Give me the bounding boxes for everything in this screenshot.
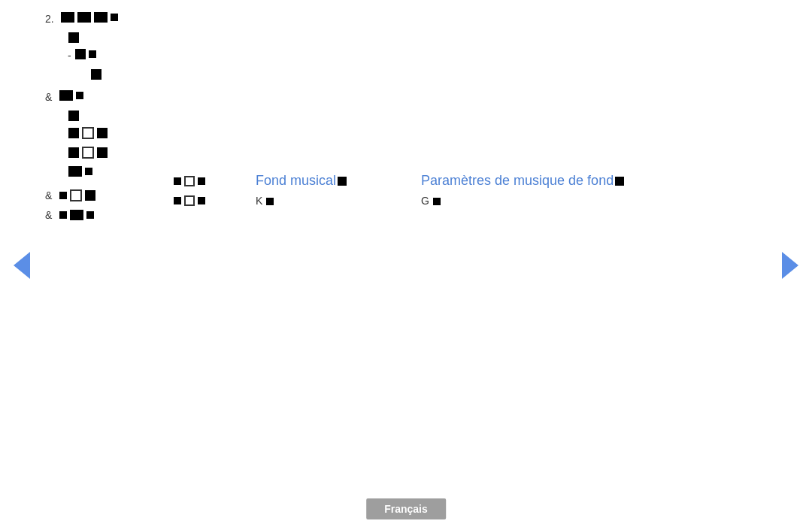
col-parametres-header[interactable]: Paramètres de musique de fond bbox=[421, 173, 624, 189]
fond-musical-label: Fond musical bbox=[256, 173, 336, 188]
data-col0 bbox=[173, 195, 256, 207]
col-fond-musical-header[interactable]: Fond musical bbox=[256, 173, 421, 189]
row5-prefix: & bbox=[45, 91, 55, 103]
row12-prefix: & bbox=[45, 209, 55, 221]
tree-row-8 bbox=[68, 146, 256, 161]
row9-garbled bbox=[68, 165, 93, 177]
row1-prefix: 2. bbox=[45, 13, 57, 25]
content-area: Fond musical Paramètres de musique de fo… bbox=[173, 173, 759, 210]
row7-garbled bbox=[68, 126, 108, 140]
parametres-label: Paramètres de musique de fond bbox=[421, 173, 614, 188]
tree-row-4 bbox=[90, 67, 256, 80]
header-garbled2 bbox=[615, 177, 624, 186]
row3-garbled bbox=[74, 48, 97, 60]
tree-row-12: & bbox=[45, 208, 256, 222]
tree-row-1: 2. bbox=[45, 11, 256, 26]
k-value: K bbox=[256, 195, 265, 207]
nav-arrow-right[interactable] bbox=[782, 252, 798, 279]
language-button[interactable]: Français bbox=[366, 498, 446, 519]
data-cell-g: G bbox=[421, 195, 441, 207]
table-header: Fond musical Paramètres de musique de fo… bbox=[173, 173, 759, 189]
table-data-row: K G bbox=[173, 195, 759, 207]
main-content: 2. - & bbox=[0, 0, 812, 530]
nav-arrow-left[interactable] bbox=[14, 252, 30, 279]
row11-garbled bbox=[59, 189, 96, 202]
tree-row-6 bbox=[68, 108, 256, 122]
tree-row-2 bbox=[68, 30, 256, 44]
tree-row-3: - bbox=[68, 48, 256, 62]
header-col0 bbox=[173, 173, 256, 189]
tree-row-7 bbox=[68, 126, 256, 141]
g-value: G bbox=[421, 195, 432, 207]
row1-garbled bbox=[60, 11, 119, 23]
row5-garbled bbox=[59, 89, 84, 101]
data-cell-k: K bbox=[256, 195, 421, 207]
row12-garbled bbox=[59, 209, 95, 221]
row3-prefix: - bbox=[68, 50, 71, 62]
row8-garbled bbox=[68, 146, 108, 159]
header-garbled1 bbox=[338, 177, 347, 186]
tree-row-5: & bbox=[45, 89, 256, 104]
row11-prefix: & bbox=[45, 189, 55, 201]
